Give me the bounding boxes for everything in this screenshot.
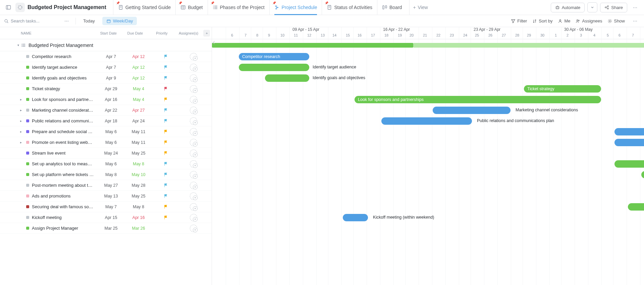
start-date-cell[interactable]: Apr 22 [97,108,125,113]
tab-getting-started-guide[interactable]: 📌Getting Started Guide [113,0,175,15]
due-date-cell[interactable]: Mar 26 [125,226,152,231]
assignee-cell[interactable] [180,160,207,168]
avatar-add-button[interactable] [190,171,197,178]
start-date-cell[interactable]: May 27 [97,183,125,188]
task-row[interactable]: ▸Kickoff meetingApr 15Apr 16 [0,212,212,223]
status-dot[interactable] [26,194,29,197]
start-date-cell[interactable]: Apr 18 [97,119,125,123]
avatar-add-button[interactable] [190,214,197,221]
show-button[interactable]: Show [607,18,625,23]
status-dot[interactable] [26,152,29,155]
task-row[interactable]: ▸Prepare and schedule social me...May 6M… [0,126,212,137]
tab-status-of-activities[interactable]: 📌Status of Activities [322,0,377,15]
gantt-bar[interactable] [343,214,368,221]
group-progress-bar[interactable] [212,43,413,48]
task-row[interactable]: ▸Identify target audienceApr 7Apr 12 [0,62,212,73]
status-dot[interactable] [26,184,29,187]
status-dot[interactable] [26,119,29,122]
due-date-cell[interactable]: May 25 [125,194,152,198]
gantt-bar[interactable] [628,203,644,211]
avatar-add-button[interactable] [190,203,197,211]
status-dot[interactable] [26,55,29,58]
priority-cell[interactable] [152,119,180,123]
due-date-cell[interactable]: Apr 16 [125,215,152,220]
start-date-cell[interactable]: May 7 [97,205,125,209]
avatar-add-button[interactable] [190,225,197,232]
status-dot[interactable] [26,76,29,79]
start-date-cell[interactable]: Mar 25 [97,226,125,231]
assignee-cell[interactable] [180,225,207,232]
search-input[interactable] [11,18,58,23]
tab-phases-of-the-project[interactable]: 📌Phases of the Project [208,0,269,15]
priority-cell[interactable] [152,172,180,177]
assignee-cell[interactable] [180,53,207,60]
status-dot[interactable] [26,162,29,165]
due-date-cell[interactable]: Apr 12 [125,76,152,80]
priority-cell[interactable] [152,205,180,209]
task-row[interactable]: ▸Competitor researchApr 7Apr 12 [0,51,212,62]
due-date-cell[interactable]: May 8 [125,162,152,166]
gantt-bar[interactable] [614,139,644,146]
more-button[interactable]: ⋯ [630,2,640,12]
toolbar-more-button[interactable]: ⋯ [630,18,640,23]
assignee-cell[interactable] [180,139,207,146]
gantt-bar[interactable]: Ticket strategy [524,85,601,93]
assignee-cell[interactable] [180,192,207,200]
avatar-add-button[interactable] [190,128,197,135]
priority-cell[interactable] [152,151,180,156]
due-date-cell[interactable]: Apr 27 [125,108,152,113]
priority-cell[interactable] [152,97,180,102]
caret-right-icon[interactable]: ▸ [20,130,23,133]
status-dot[interactable] [26,216,29,219]
today-button[interactable]: Today [80,17,98,25]
col-header-start[interactable]: Start Date [95,31,122,35]
due-date-cell[interactable]: Apr 24 [125,119,152,123]
task-row[interactable]: ▸Promote on event listing websitesMay 6M… [0,137,212,148]
sort-button[interactable]: Sort by [532,18,552,23]
assignee-cell[interactable] [180,214,207,221]
assignees-button[interactable]: Assignees [576,18,602,23]
col-header-assignee[interactable]: Assignee(s) [175,31,202,35]
start-date-cell[interactable]: May 13 [97,194,125,198]
task-row[interactable]: ▸Public relations and communica...Apr 18… [0,116,212,126]
assignee-cell[interactable] [180,117,207,125]
priority-cell[interactable] [152,162,180,166]
start-date-cell[interactable]: Apr 9 [97,76,125,80]
gantt-bar[interactable] [641,171,644,178]
add-view-button[interactable]: + View [409,0,431,15]
share-button[interactable]: Share [600,3,627,12]
status-dot[interactable] [26,227,29,230]
task-row[interactable]: ▸Securing deal with famous socia...May 7… [0,202,212,212]
start-date-cell[interactable]: Apr 7 [97,54,125,59]
automate-dropdown-button[interactable] [587,2,597,12]
assignee-cell[interactable] [180,85,207,93]
assignee-cell[interactable] [180,128,207,135]
due-date-cell[interactable]: May 8 [125,205,152,209]
group-progress-bar-remaining[interactable] [413,43,644,48]
tab-budget[interactable]: 📌Budget [175,0,207,15]
due-date-cell[interactable]: May 4 [125,97,152,102]
col-header-priority[interactable]: Priority [149,31,175,35]
task-row[interactable]: ▸Assign Project ManagerMar 25Mar 26 [0,223,212,234]
task-row[interactable]: ▸Stream live eventMay 24May 25 [0,148,212,159]
start-date-cell[interactable]: May 6 [97,129,125,134]
priority-cell[interactable] [152,76,180,80]
caret-right-icon[interactable]: ▸ [20,108,23,112]
gantt-bar[interactable] [381,117,472,125]
task-row[interactable]: ▸Set up analytics tool to measure...May … [0,159,212,169]
avatar-add-button[interactable] [190,107,197,114]
priority-cell[interactable] [152,183,180,188]
status-dot[interactable] [26,98,29,101]
avatar-add-button[interactable] [190,160,197,168]
col-header-due[interactable]: Due Date [122,31,149,35]
group-header-row[interactable]: ▾ Budgeted Project Management [0,39,212,51]
avatar-add-button[interactable] [190,182,197,189]
avatar-add-button[interactable] [190,64,197,71]
priority-cell[interactable] [152,129,180,134]
start-date-cell[interactable]: Apr 7 [97,65,125,70]
start-date-cell[interactable]: Apr 15 [97,215,125,220]
assignee-cell[interactable] [180,96,207,103]
status-dot[interactable] [26,141,29,144]
sidebar-toggle-button[interactable] [4,3,13,12]
avatar-add-button[interactable] [190,117,197,125]
